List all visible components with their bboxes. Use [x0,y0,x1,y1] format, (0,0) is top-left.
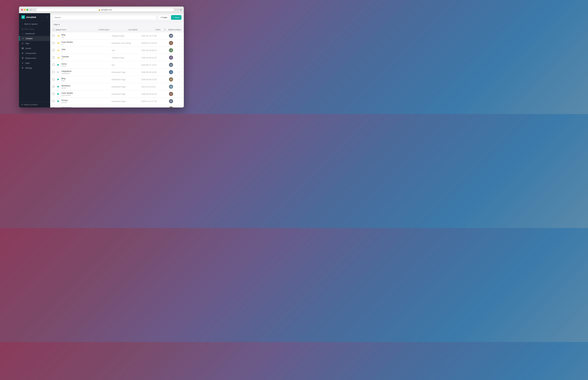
row-actions[interactable]: ⋮ [177,100,181,103]
row-content-type: Enterprise Page [112,100,141,102]
row-actions[interactable]: ⋮ [177,85,181,88]
row-checkbox[interactable] [53,64,57,66]
row-checkbox[interactable] [53,49,57,52]
sidebar-item-assets[interactable]: 🖼 Assets [19,46,50,51]
sidebar-item-content[interactable]: ▪ Content [19,36,50,41]
row-last-update: 2020-08-17 14:07 [141,64,165,66]
row-actions[interactable]: ⋮ [177,78,181,81]
row-checkbox[interactable] [53,42,57,44]
content-table: Select Name Content type ▾ Last update A… [50,27,184,108]
more-options-icon[interactable]: ⋮ [178,63,180,66]
row-checkbox[interactable] [53,85,57,88]
folder-icon: 📁 [57,35,61,37]
add-folder-button[interactable]: + Folder [158,15,170,20]
item-slug: global [61,87,112,89]
status-dot [57,71,61,73]
sort-icon[interactable]: ⇅ [164,29,166,31]
row-content-type: Targeted Page [112,57,141,59]
row-actions[interactable]: ⋮ [177,93,181,95]
item-name: Jobs [61,48,112,51]
sidebar-item-tags[interactable]: 🏷 Tags [19,41,50,46]
dashboard-icon: ⌂ [21,33,24,35]
row-author: T [165,56,177,60]
more-options-icon[interactable]: ⋮ [178,100,180,103]
table-row: 📁 Case Studies cs Enterprise Case Study … [50,39,184,47]
status-dot [57,79,61,80]
share-icon[interactable]: ↑ [175,9,176,11]
back-to-spaces-button[interactable]: ← Back to spaces [19,21,50,27]
sidebar-item-apps[interactable]: ✦ Apps [19,60,50,65]
row-checkbox[interactable] [53,71,57,74]
logo-text: storyblok [26,16,36,19]
sidebar-item-components[interactable]: ⚙ Components [19,51,50,56]
url-bar[interactable]: 🔒 storyblok.com [36,8,174,12]
more-options-icon[interactable]: ⋮ [178,42,180,44]
table-row: 📁 Jobs j Job 2020-10-19 09:14 J ⋮ [50,47,184,54]
sidebar-toggle-icon[interactable]: ⊟ [30,9,32,11]
search-input[interactable] [53,15,157,20]
content-header: + Folder + Story [50,13,184,22]
row-content-type: Enterprise Page [112,71,141,73]
fullscreen-button[interactable] [26,9,28,11]
more-options-icon[interactable]: ⋮ [178,93,180,95]
select-all-checkbox[interactable] [53,29,55,31]
sidebar-item-settings[interactable]: ⚙ Settings [19,65,50,70]
row-actions[interactable]: ⋮ [177,63,181,66]
row-author: P [165,99,177,103]
more-options-icon[interactable]: ⋮ [178,107,180,108]
row-checkbox[interactable] [53,35,57,37]
more-options-icon[interactable]: ⋮ [178,35,180,37]
row-content-type: Job [112,49,141,52]
back-nav-icon[interactable]: ‹ [33,9,34,11]
row-actions[interactable]: ⋮ [177,42,181,44]
row-author: D [165,106,177,108]
more-options-icon[interactable]: ⋮ [178,85,180,88]
row-author: W [165,85,177,89]
row-checkbox[interactable] [53,93,57,95]
row-actions[interactable]: ⋮ [177,71,181,74]
more-options-icon[interactable]: ⋮ [178,49,180,52]
item-name: Blog [61,34,112,36]
close-button[interactable] [21,9,23,11]
add-story-button[interactable]: + Story [171,15,181,20]
logo-icon: B [21,15,25,19]
row-checkbox[interactable] [53,57,57,59]
folder-icon: 📁 [57,57,61,59]
row-actions[interactable]: ⋮ [177,35,181,37]
forward-nav-icon[interactable]: › [34,9,35,11]
row-actions[interactable]: ⋮ [177,49,181,52]
datasources-icon: 🗄 [21,57,24,59]
row-checkbox[interactable] [53,78,57,81]
item-slug: integrations [61,73,112,74]
item-slug: blog [61,80,112,81]
more-options-icon[interactable]: ⋮ [178,56,180,59]
report-problem-button[interactable]: ⊕ Report a problem [21,104,48,106]
content-type-column-header[interactable]: Content type ▾ [98,29,128,31]
more-options-icon[interactable]: ⋮ [178,71,180,74]
row-name: Home home [61,63,112,67]
new-tab-icon[interactable]: + [177,9,179,11]
row-last-update: 020-11-20 13:12 [141,86,165,88]
row-actions[interactable]: ⋮ [177,107,181,108]
row-last-update: 2020-11-10 17:36 [141,100,165,102]
more-options-icon[interactable]: ⋮ [178,78,180,81]
sidebar-item-dashboard[interactable]: ⌂ Dashboard [19,31,50,36]
select-all-col: Select [53,29,57,31]
minimize-button[interactable] [24,9,25,11]
row-checkbox[interactable] [53,100,57,103]
extensions-icon[interactable]: ⊞ [180,9,182,11]
sort-arrow-icon: ▾ [109,29,110,30]
table-row: Blog blog Enterprise Page 2020-05-08 13:… [50,76,184,83]
row-author: C [165,92,177,96]
item-name: Blog [61,77,112,79]
logo-dropdown-icon[interactable]: ▾ [47,16,48,18]
default-sorting[interactable]: Default sorting ≡ [168,29,181,31]
row-checkbox[interactable] [53,107,57,108]
sidebar-item-datasources[interactable]: 🗄 Datasources [19,56,50,60]
content-icon: ▪ [22,38,24,40]
status-dot [57,93,61,95]
row-actions[interactable]: ⋮ [177,56,181,59]
row-last-update: 2020-05-08 18:25 [141,93,165,95]
filter-button[interactable]: Filter ▾ [53,23,61,26]
folder-icon: 📁 [57,42,61,44]
